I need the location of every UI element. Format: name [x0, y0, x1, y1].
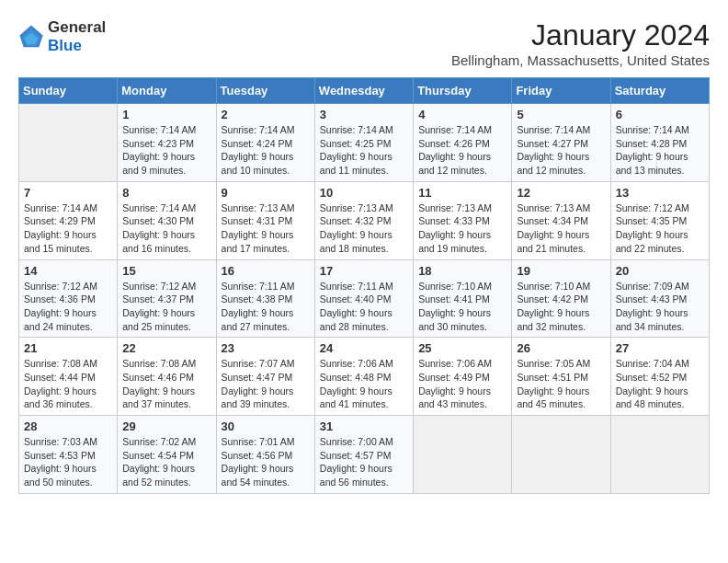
daylight-text: Daylight: 9 hours and 32 minutes.: [517, 307, 589, 332]
daylight-text: Daylight: 9 hours and 37 minutes.: [122, 385, 195, 410]
sunset-text: Sunset: 4:26 PM: [418, 138, 490, 149]
sunset-text: Sunset: 4:34 PM: [517, 215, 588, 226]
weekday-header-monday: Monday: [118, 78, 216, 104]
calendar-cell: 19 Sunrise: 7:10 AM Sunset: 4:42 PM Dayl…: [512, 259, 610, 338]
sunrise-text: Sunrise: 7:06 AM: [418, 358, 492, 369]
sunset-text: Sunset: 4:36 PM: [24, 293, 96, 304]
day-number: 6: [616, 108, 704, 121]
weekday-header-friday: Friday: [512, 78, 610, 104]
sunrise-text: Sunrise: 7:14 AM: [616, 124, 689, 135]
daylight-text: Daylight: 9 hours and 43 minutes.: [418, 385, 491, 410]
sunset-text: Sunset: 4:47 PM: [222, 372, 293, 383]
calendar-cell: 26 Sunrise: 7:05 AM Sunset: 4:51 PM Dayl…: [512, 338, 610, 416]
day-number: 28: [24, 419, 112, 433]
day-number: 12: [517, 186, 605, 200]
page-header: General Blue January 2024 Bellingham, Ma…: [18, 18, 710, 68]
calendar-cell: 3 Sunrise: 7:14 AM Sunset: 4:25 PM Dayli…: [314, 104, 413, 182]
day-number: 18: [418, 264, 506, 278]
daylight-text: Daylight: 9 hours and 41 minutes.: [320, 385, 392, 410]
calendar-week-row: 7 Sunrise: 7:14 AM Sunset: 4:29 PM Dayli…: [19, 181, 710, 259]
day-number: 2: [222, 108, 310, 121]
sunset-text: Sunset: 4:38 PM: [222, 293, 293, 304]
sunrise-text: Sunrise: 7:05 AM: [517, 358, 590, 369]
calendar-cell: [414, 416, 512, 494]
daylight-text: Daylight: 9 hours and 27 minutes.: [222, 307, 294, 332]
calendar-week-row: 21 Sunrise: 7:08 AM Sunset: 4:44 PM Dayl…: [19, 338, 710, 416]
sunrise-text: Sunrise: 7:03 AM: [24, 436, 97, 447]
sunset-text: Sunset: 4:33 PM: [418, 215, 490, 226]
calendar-cell: 4 Sunrise: 7:14 AM Sunset: 4:26 PM Dayli…: [414, 104, 512, 182]
sunset-text: Sunset: 4:35 PM: [616, 215, 688, 226]
sunrise-text: Sunrise: 7:12 AM: [616, 202, 689, 213]
logo-general: General: [48, 18, 106, 37]
calendar-cell: 11 Sunrise: 7:13 AM Sunset: 4:33 PM Dayl…: [414, 181, 512, 259]
sunset-text: Sunset: 4:32 PM: [320, 215, 392, 226]
sunset-text: Sunset: 4:24 PM: [222, 138, 293, 149]
sunset-text: Sunset: 4:42 PM: [517, 293, 588, 304]
calendar-cell: 10 Sunrise: 7:13 AM Sunset: 4:32 PM Dayl…: [314, 181, 413, 259]
daylight-text: Daylight: 9 hours and 25 minutes.: [122, 307, 195, 332]
day-number: 15: [122, 264, 210, 278]
day-number: 21: [24, 341, 112, 355]
daylight-text: Daylight: 9 hours and 28 minutes.: [320, 307, 392, 332]
daylight-text: Daylight: 9 hours and 19 minutes.: [418, 229, 491, 254]
calendar-week-row: 28 Sunrise: 7:03 AM Sunset: 4:53 PM Dayl…: [19, 416, 710, 494]
daylight-text: Daylight: 9 hours and 34 minutes.: [616, 307, 688, 332]
sunset-text: Sunset: 4:31 PM: [222, 215, 293, 226]
calendar-cell: 8 Sunrise: 7:14 AM Sunset: 4:30 PM Dayli…: [118, 181, 216, 259]
daylight-text: Daylight: 9 hours and 48 minutes.: [616, 385, 688, 410]
calendar-cell: [610, 416, 709, 494]
day-number: 11: [418, 186, 506, 200]
calendar-cell: 1 Sunrise: 7:14 AM Sunset: 4:23 PM Dayli…: [118, 104, 216, 182]
day-number: 1: [122, 108, 210, 121]
calendar-week-row: 14 Sunrise: 7:12 AM Sunset: 4:36 PM Dayl…: [19, 259, 710, 338]
sunrise-text: Sunrise: 7:10 AM: [517, 281, 590, 292]
calendar-cell: [512, 416, 610, 494]
sunset-text: Sunset: 4:57 PM: [320, 450, 392, 461]
weekday-header-thursday: Thursday: [414, 78, 512, 104]
daylight-text: Daylight: 9 hours and 24 minutes.: [24, 307, 97, 332]
sunrise-text: Sunrise: 7:12 AM: [24, 281, 97, 292]
calendar-cell: 28 Sunrise: 7:03 AM Sunset: 4:53 PM Dayl…: [19, 416, 118, 494]
daylight-text: Daylight: 9 hours and 45 minutes.: [517, 385, 589, 410]
calendar-cell: 16 Sunrise: 7:11 AM Sunset: 4:38 PM Dayl…: [216, 259, 314, 338]
sunrise-text: Sunrise: 7:07 AM: [222, 358, 295, 369]
sunset-text: Sunset: 4:44 PM: [24, 372, 96, 383]
sunset-text: Sunset: 4:29 PM: [24, 215, 96, 226]
day-number: 23: [222, 341, 310, 355]
daylight-text: Daylight: 9 hours and 21 minutes.: [517, 229, 589, 254]
daylight-text: Daylight: 9 hours and 15 minutes.: [24, 229, 97, 254]
calendar-cell: 15 Sunrise: 7:12 AM Sunset: 4:37 PM Dayl…: [118, 259, 216, 338]
calendar-cell: 21 Sunrise: 7:08 AM Sunset: 4:44 PM Dayl…: [19, 338, 118, 416]
sunrise-text: Sunrise: 7:11 AM: [222, 281, 295, 292]
daylight-text: Daylight: 9 hours and 11 minutes.: [320, 151, 392, 176]
sunrise-text: Sunrise: 7:00 AM: [320, 436, 393, 447]
sunrise-text: Sunrise: 7:02 AM: [122, 436, 196, 447]
calendar-table: SundayMondayTuesdayWednesdayThursdayFrid…: [18, 77, 710, 494]
logo-icon: [18, 24, 44, 50]
day-number: 22: [122, 341, 210, 355]
title-block: January 2024 Bellingham, Massachusetts, …: [451, 18, 710, 68]
daylight-text: Daylight: 9 hours and 10 minutes.: [222, 151, 294, 176]
daylight-text: Daylight: 9 hours and 50 minutes.: [24, 463, 97, 488]
sunset-text: Sunset: 4:28 PM: [616, 138, 688, 149]
weekday-header-row: SundayMondayTuesdayWednesdayThursdayFrid…: [19, 78, 710, 104]
calendar-cell: 20 Sunrise: 7:09 AM Sunset: 4:43 PM Dayl…: [610, 259, 709, 338]
daylight-text: Daylight: 9 hours and 56 minutes.: [320, 463, 392, 488]
daylight-text: Daylight: 9 hours and 30 minutes.: [418, 307, 491, 332]
sunset-text: Sunset: 4:41 PM: [418, 293, 490, 304]
day-number: 20: [616, 264, 704, 278]
day-number: 19: [517, 264, 605, 278]
daylight-text: Daylight: 9 hours and 52 minutes.: [122, 463, 195, 488]
calendar-cell: 9 Sunrise: 7:13 AM Sunset: 4:31 PM Dayli…: [216, 181, 314, 259]
day-number: 9: [222, 186, 310, 200]
day-number: 13: [616, 186, 704, 200]
calendar-cell: 14 Sunrise: 7:12 AM Sunset: 4:36 PM Dayl…: [19, 259, 118, 338]
sunrise-text: Sunrise: 7:13 AM: [320, 202, 393, 213]
location-title: Bellingham, Massachusetts, United States: [451, 52, 710, 68]
sunset-text: Sunset: 4:48 PM: [320, 372, 392, 383]
day-number: 7: [24, 186, 112, 200]
calendar-cell: 13 Sunrise: 7:12 AM Sunset: 4:35 PM Dayl…: [610, 181, 709, 259]
daylight-text: Daylight: 9 hours and 54 minutes.: [222, 463, 294, 488]
day-number: 5: [517, 108, 605, 121]
